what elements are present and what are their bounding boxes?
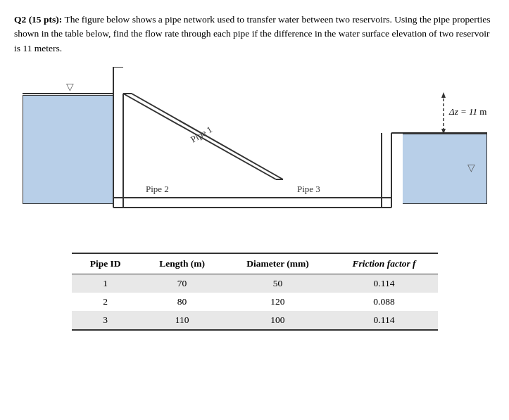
table-cell-id: 1 [72,274,139,293]
table-cell-length: 110 [139,311,225,330]
question-label: Q2 (15 pts): [14,14,62,25]
table-row: 31101000.114 [72,311,438,330]
question-body: The figure below shows a pipe network us… [14,14,490,53]
col-length: Length (m) [139,253,225,274]
table-cell-friction: 0.114 [331,274,438,293]
table-wrapper: Pipe ID Length (m) Diameter (mm) Frictio… [14,253,495,331]
table-cell-length: 80 [139,293,225,311]
col-pipe-id: Pipe ID [72,253,139,274]
table-header-row: Pipe ID Length (m) Diameter (mm) Frictio… [72,253,438,274]
svg-line-10 [123,94,276,179]
dz-label: Δz = 11 m [448,106,486,117]
pipe3-label: Pipe 3 [297,184,320,194]
pipe1-label: Pipe 1 [189,124,214,144]
svg-marker-15 [441,92,446,98]
svg-line-11 [132,94,283,179]
nabla-left: ▽ [66,81,74,93]
table-cell-diameter: 100 [225,311,330,330]
diagram-container: ▽ [14,67,495,236]
reservoir-right [403,134,487,204]
table-cell-diameter: 120 [225,293,330,311]
table-cell-diameter: 50 [225,274,330,293]
pipe2-label: Pipe 2 [146,184,169,194]
pipe-properties-table: Pipe ID Length (m) Diameter (mm) Frictio… [72,253,438,331]
table-row: 2801200.088 [72,293,438,311]
reservoir-left [23,95,114,204]
table-cell-length: 70 [139,274,225,293]
table-row: 170500.114 [72,274,438,293]
col-friction: Friction factor f [331,253,438,274]
table-cell-friction: 0.114 [331,311,438,330]
table-cell-id: 3 [72,311,139,330]
question-text: Q2 (15 pts): The figure below shows a pi… [14,13,495,56]
diagram: ▽ [23,67,487,236]
table-body: 170500.1142801200.08831101000.114 [72,274,438,330]
col-diameter: Diameter (mm) [225,253,330,274]
table-cell-friction: 0.088 [331,293,438,311]
table-cell-id: 2 [72,293,139,311]
